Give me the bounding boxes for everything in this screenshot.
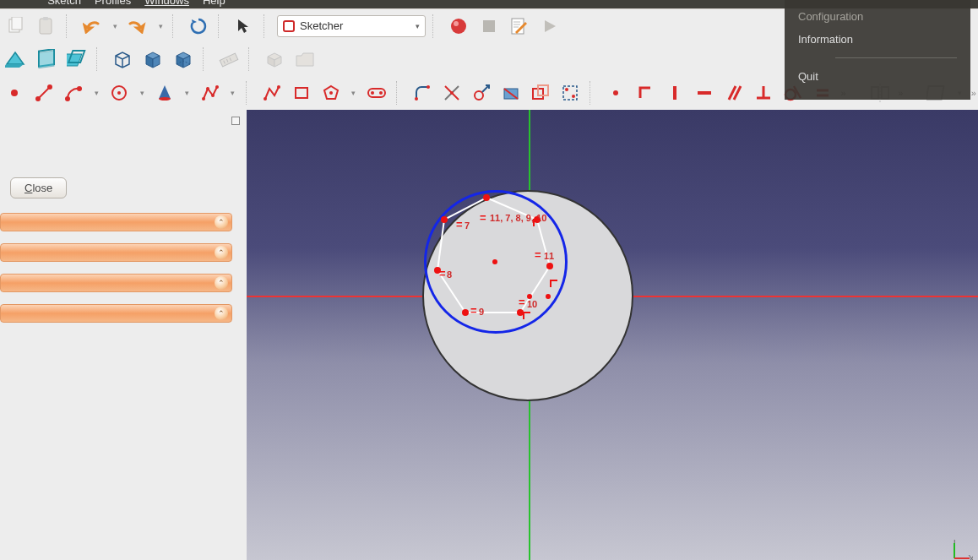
- svg-point-28: [202, 97, 205, 101]
- menu-sketch[interactable]: Sketch: [47, 0, 81, 7]
- menu-item-configuration[interactable]: Configuration: [785, 5, 970, 28]
- conic-tool[interactable]: [154, 80, 177, 106]
- constraint-label: 11: [544, 251, 554, 261]
- workbench-label: Sketcher: [300, 19, 343, 32]
- folder-button[interactable]: [292, 46, 318, 72]
- close-button[interactable]: Close: [10, 177, 67, 198]
- collapse-icon[interactable]: ⌃: [215, 215, 228, 229]
- macro-stop-button[interactable]: [476, 14, 502, 39]
- equal-constraint-icon: =: [456, 218, 463, 231]
- more-icon[interactable]: »: [971, 88, 975, 98]
- line-tool[interactable]: [33, 80, 56, 106]
- measure-button[interactable]: [216, 46, 242, 72]
- menu-windows[interactable]: Windows: [144, 0, 189, 7]
- rectangle-tool[interactable]: [290, 80, 312, 106]
- separator: [172, 14, 179, 38]
- panel-minimize-icon[interactable]: [231, 117, 240, 125]
- perpendicular-constraint[interactable]: [753, 80, 775, 106]
- menu-macro[interactable]: Macro: [3, 0, 34, 7]
- macro-edit-button[interactable]: [507, 14, 532, 39]
- svg-point-75: [492, 259, 497, 264]
- svg-point-29: [206, 87, 209, 90]
- collapse-icon[interactable]: ⌃: [215, 246, 228, 259]
- menu-item-information[interactable]: Information: [785, 28, 970, 51]
- collapse-icon[interactable]: ⌃: [215, 276, 228, 290]
- task-panel: Close ⌃ ⌃ ⌃ ⌃: [0, 110, 247, 560]
- polyline-dropdown[interactable]: [228, 89, 237, 97]
- point-tool[interactable]: [3, 80, 26, 106]
- svg-point-38: [379, 91, 383, 95]
- paste-button[interactable]: [34, 14, 59, 39]
- construction-tool[interactable]: [499, 80, 522, 106]
- coincident-constraint-icon: [522, 309, 534, 321]
- svg-rect-2: [40, 19, 52, 34]
- constraint-label: 9: [479, 307, 484, 317]
- part-button[interactable]: [262, 46, 287, 72]
- edit-sketch-button[interactable]: [34, 46, 59, 72]
- separator: [396, 81, 402, 105]
- task-section-1[interactable]: ⌃: [0, 213, 232, 231]
- external-tool[interactable]: [470, 80, 492, 106]
- svg-point-33: [277, 85, 280, 89]
- svg-text:X: X: [968, 552, 973, 560]
- macro-record-button[interactable]: [446, 14, 471, 39]
- polygon-tool[interactable]: [319, 80, 342, 106]
- svg-point-32: [264, 97, 267, 101]
- redo-dropdown[interactable]: [155, 22, 166, 30]
- svg-rect-34: [296, 88, 307, 98]
- map-sketch-button[interactable]: [64, 46, 90, 72]
- carbon-copy-tool[interactable]: [529, 80, 551, 106]
- point-on-constraint[interactable]: [634, 80, 657, 106]
- separator: [248, 47, 255, 71]
- menu-item-quit[interactable]: Quit: [785, 65, 970, 88]
- coincident-constraint-icon: [549, 277, 561, 289]
- wireframe-box-button[interactable]: [110, 46, 135, 72]
- polygon-dropdown[interactable]: [349, 89, 358, 97]
- arc-tool[interactable]: [62, 80, 85, 106]
- workbench-selector[interactable]: Sketcher ▾: [277, 15, 426, 37]
- fillet-tool[interactable]: [410, 80, 433, 106]
- menu-help[interactable]: Help: [203, 0, 225, 7]
- app-menu-dropdown[interactable]: Configuration Information Quit: [785, 0, 970, 100]
- svg-point-4: [451, 19, 466, 34]
- circle-tool[interactable]: [108, 80, 131, 106]
- task-section-4[interactable]: ⌃: [0, 304, 232, 323]
- hidden-box-button[interactable]: [171, 46, 196, 72]
- task-section-3[interactable]: ⌃: [0, 274, 232, 292]
- undo-dropdown[interactable]: [110, 22, 120, 30]
- sketcher-icon: [283, 20, 295, 32]
- equal-constraint-icon: =: [439, 267, 446, 280]
- new-sketch-button[interactable]: [3, 46, 29, 72]
- sketch-point: [546, 294, 551, 299]
- polyline2-tool[interactable]: [260, 80, 283, 106]
- vertical-constraint[interactable]: [664, 80, 687, 106]
- separator: [590, 81, 595, 105]
- coincident-constraint[interactable]: [605, 80, 628, 106]
- horizontal-constraint[interactable]: [693, 80, 716, 106]
- svg-line-22: [38, 87, 50, 99]
- svg-point-68: [483, 194, 490, 201]
- svg-point-26: [117, 91, 121, 95]
- svg-point-72: [462, 309, 469, 316]
- trim-tool[interactable]: [440, 80, 463, 106]
- copy-button[interactable]: [3, 14, 29, 39]
- 3d-viewport[interactable]: = = = = = = 7 8 9 10 11 11, 7, 8, 9, 10 …: [247, 110, 978, 560]
- parallel-constraint[interactable]: [723, 80, 746, 106]
- cursor-button[interactable]: [231, 14, 257, 39]
- menu-profiles[interactable]: Profiles: [95, 0, 131, 7]
- conic-dropdown[interactable]: [183, 89, 193, 97]
- redo-button[interactable]: [125, 14, 150, 39]
- svg-point-5: [454, 21, 459, 26]
- arc-dropdown[interactable]: [92, 89, 101, 97]
- circle-dropdown[interactable]: [138, 89, 147, 97]
- slot-tool[interactable]: [365, 80, 388, 106]
- svg-point-43: [450, 91, 454, 95]
- macro-play-button[interactable]: [537, 14, 562, 39]
- task-section-2[interactable]: ⌃: [0, 243, 232, 262]
- undo-button[interactable]: [79, 14, 105, 39]
- collapse-icon[interactable]: ⌃: [215, 307, 228, 320]
- select-rect-tool[interactable]: [558, 80, 581, 106]
- shaded-box-button[interactable]: [140, 46, 166, 72]
- refresh-button[interactable]: [186, 14, 211, 39]
- polyline-tool[interactable]: [198, 80, 221, 106]
